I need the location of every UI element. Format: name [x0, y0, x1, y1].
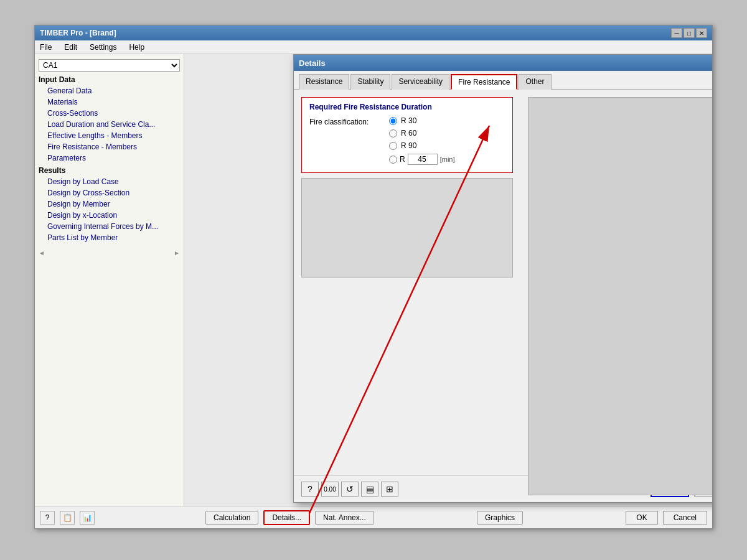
tree-governing-internal-forces[interactable]: Governing Internal Forces by M... [35, 221, 184, 232]
radio-r90-row: R 90 [389, 141, 455, 150]
tree-design-by-load-case[interactable]: Design by Load Case [35, 176, 184, 187]
menubar: File Edit Settings Help [35, 40, 712, 54]
custom-r-spinbox[interactable] [408, 154, 438, 165]
content-area: G H DS LDC PT Permanent o 6.1.6 Permanen… [184, 54, 712, 513]
tree-fire-resistance[interactable]: Fire Resistance - Members [35, 141, 184, 152]
app-window: TIMBER Pro - [Brand] ─ □ ✕ File Edit Set… [34, 25, 713, 529]
radio-r30-label: R 30 [401, 116, 416, 125]
dialog-tb-help[interactable]: ? [301, 482, 319, 497]
details-button[interactable]: Details... [263, 510, 310, 525]
main-status-bar: ? 📋 📊 Calculation Details... Nat. Annex.… [35, 506, 712, 528]
dialog-tb-reset[interactable]: 0.00 [321, 482, 339, 497]
dialog-tb-grid[interactable]: ⊞ [381, 482, 398, 497]
status-icon-2[interactable]: 📋 [60, 511, 75, 525]
tree-parts-list[interactable]: Parts List by Member [35, 232, 184, 243]
nat-annex-button[interactable]: Nat. Annex... [315, 511, 374, 525]
graphics-button[interactable]: Graphics [477, 511, 523, 525]
dialog-right-panel [528, 97, 712, 495]
calculation-button[interactable]: Calculation [205, 511, 258, 525]
fire-section-title: Required Fire Resistance Duration [309, 103, 505, 111]
dialog-toolbar-icons: ? 0.00 ↺ ▤ ⊞ [301, 482, 398, 497]
tab-serviceability[interactable]: Serviceability [392, 74, 449, 90]
tree-load-duration[interactable]: Load Duration and Service Cla... [35, 119, 184, 130]
fire-classification-label: Fire classification: [309, 116, 384, 126]
status-icon-1[interactable]: ? [40, 511, 55, 525]
app-titlebar: TIMBER Pro - [Brand] ─ □ ✕ [35, 26, 712, 40]
ca-dropdown-container[interactable]: CA1 [39, 59, 180, 72]
tree-materials[interactable]: Materials [35, 96, 184, 108]
radio-r30-row: R 30 [389, 116, 455, 125]
menu-help[interactable]: Help [126, 42, 147, 52]
fire-form-row: Fire classification: R 30 R 60 [309, 116, 505, 165]
tab-bar: Resistance Stability Serviceability Fire… [294, 71, 712, 90]
custom-r-unit: [min] [440, 156, 455, 163]
dialog-tb-undo[interactable]: ↺ [341, 482, 359, 497]
radio-custom[interactable] [389, 156, 397, 164]
custom-r-label: R [400, 155, 405, 164]
tab-fire-resistance[interactable]: Fire Resistance [451, 74, 517, 90]
radio-group: R 30 R 60 R 90 [389, 116, 455, 165]
tree-design-by-member[interactable]: Design by Member [35, 198, 184, 210]
radio-r90-label: R 90 [401, 141, 416, 150]
sidebar: CA1 Input Data General Data Materials Cr… [35, 54, 184, 513]
tab-other[interactable]: Other [519, 74, 551, 90]
main-cancel-button[interactable]: Cancel [663, 511, 707, 525]
radio-r30[interactable] [389, 117, 397, 125]
menu-settings[interactable]: Settings [87, 42, 119, 52]
main-layout: CA1 Input Data General Data Materials Cr… [35, 54, 712, 513]
menu-edit[interactable]: Edit [62, 42, 80, 52]
tree-design-by-cross-section[interactable]: Design by Cross-Section [35, 187, 184, 198]
main-ok-button[interactable]: OK [626, 511, 657, 525]
details-dialog: Details ✕ Resistance Stability Serviceab… [293, 54, 712, 503]
dialog-titlebar: Details ✕ [294, 55, 712, 71]
dialog-content: Required Fire Resistance Duration Fire c… [294, 90, 712, 475]
tree-general-data[interactable]: General Data [35, 85, 184, 96]
status-icon-3[interactable]: 📊 [80, 511, 95, 525]
results-label: Results [35, 164, 184, 176]
dialog-gray-area [301, 178, 513, 278]
tab-stability[interactable]: Stability [350, 74, 390, 90]
dialog-title: Details [299, 58, 326, 68]
tree-effective-lengths[interactable]: Effective Lengths - Members [35, 130, 184, 141]
custom-r-row: R [min] [389, 154, 455, 165]
radio-r60[interactable] [389, 129, 397, 138]
titlebar-controls: ─ □ ✕ [671, 28, 707, 38]
tree-parameters[interactable]: Parameters [35, 152, 184, 164]
app-title: TIMBER Pro - [Brand] [40, 29, 116, 37]
radio-r60-row: R 60 [389, 129, 455, 138]
ca-select[interactable]: CA1 [39, 59, 180, 72]
dialog-tb-list[interactable]: ▤ [361, 482, 378, 497]
tree-cross-sections[interactable]: Cross-Sections [35, 108, 184, 119]
fire-resistance-section: Required Fire Resistance Duration Fire c… [301, 97, 513, 173]
radio-r90[interactable] [389, 142, 397, 150]
input-data-label: Input Data [35, 74, 184, 85]
menu-file[interactable]: File [37, 42, 54, 52]
maximize-button[interactable]: □ [684, 28, 695, 38]
tree-design-by-x-location[interactable]: Design by x-Location [35, 210, 184, 221]
tab-resistance[interactable]: Resistance [299, 74, 349, 90]
close-button[interactable]: ✕ [696, 28, 707, 38]
minimize-button[interactable]: ─ [671, 28, 682, 38]
radio-r60-label: R 60 [401, 129, 416, 138]
